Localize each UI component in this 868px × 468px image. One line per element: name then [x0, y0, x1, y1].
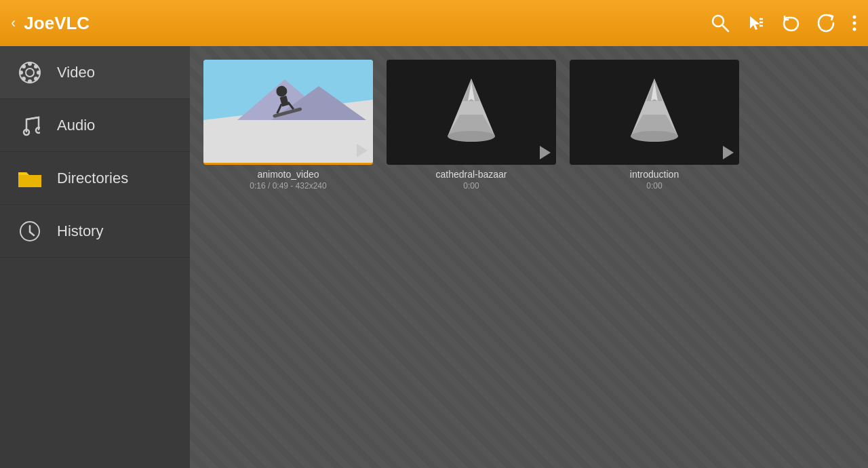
- header-actions: [711, 14, 857, 33]
- back-button[interactable]: ‹: [11, 14, 16, 32]
- cursor-icon[interactable]: [746, 14, 765, 33]
- refresh-icon[interactable]: [816, 14, 835, 33]
- play-arrow-introduction: [723, 146, 734, 159]
- music-icon: [16, 112, 43, 139]
- folder-icon: [16, 165, 43, 192]
- svg-point-17: [22, 77, 26, 81]
- svg-line-23: [30, 232, 34, 235]
- play-arrow-animoto: [357, 144, 368, 157]
- video-title-cathedral: cathedral-bazaar: [387, 169, 556, 180]
- list-item[interactable]: animoto_video 0:16 / 0:49 - 432x240: [203, 60, 373, 191]
- app-title: JoeVLC: [24, 13, 711, 34]
- video-title-animoto: animoto_video: [203, 169, 373, 180]
- video-grid: animoto_video 0:16 / 0:49 - 432x240: [203, 60, 854, 191]
- svg-point-15: [34, 77, 38, 81]
- svg-point-20: [36, 128, 40, 133]
- film-icon: [16, 59, 43, 86]
- svg-point-36: [448, 131, 495, 142]
- content-area: animoto_video 0:16 / 0:49 - 432x240: [190, 46, 868, 468]
- video-thumbnail-cathedral[interactable]: [387, 60, 556, 165]
- svg-line-1: [722, 25, 728, 31]
- sidebar-audio-label: Audio: [57, 117, 95, 134]
- sidebar-directories-label: Directories: [57, 170, 128, 187]
- sidebar-video-label: Video: [57, 64, 95, 81]
- svg-point-7: [853, 28, 856, 31]
- svg-point-6: [853, 22, 856, 25]
- sidebar: Video Audio Directories: [0, 46, 190, 468]
- video-info-introduction: introduction 0:00: [570, 169, 739, 191]
- video-thumbnail-introduction[interactable]: [570, 60, 739, 165]
- svg-point-12: [19, 71, 23, 75]
- video-info-cathedral: cathedral-bazaar 0:00: [387, 169, 556, 191]
- sidebar-item-history[interactable]: History: [0, 205, 190, 258]
- svg-point-41: [631, 131, 678, 142]
- svg-point-13: [37, 71, 41, 75]
- video-meta-animoto: 0:16 / 0:49 - 432x240: [203, 181, 373, 191]
- search-icon[interactable]: [711, 14, 730, 33]
- play-arrow-cathedral: [540, 146, 551, 159]
- video-thumbnail-animoto[interactable]: [203, 60, 373, 165]
- svg-point-11: [28, 79, 32, 83]
- sidebar-item-directories[interactable]: Directories: [0, 152, 190, 205]
- video-meta-introduction: 0:00: [570, 181, 739, 191]
- video-info-animoto: animoto_video 0:16 / 0:49 - 432x240: [203, 169, 373, 191]
- svg-point-14: [22, 64, 26, 69]
- sidebar-item-video[interactable]: Video: [0, 46, 190, 99]
- clock-icon: [16, 218, 43, 245]
- undo-icon[interactable]: [781, 14, 800, 33]
- list-item[interactable]: introduction 0:00: [570, 60, 739, 191]
- svg-point-5: [853, 16, 856, 19]
- sidebar-history-label: History: [57, 222, 103, 240]
- svg-line-18: [26, 117, 39, 119]
- svg-point-9: [26, 69, 34, 77]
- more-icon[interactable]: [852, 14, 857, 33]
- video-title-introduction: introduction: [570, 169, 739, 180]
- svg-point-10: [28, 62, 32, 66]
- video-meta-cathedral: 0:00: [387, 181, 556, 191]
- header: ‹ JoeVLC: [0, 0, 868, 46]
- main-layout: Video Audio Directories: [0, 46, 868, 468]
- list-item[interactable]: cathedral-bazaar 0:00: [387, 60, 556, 191]
- svg-point-16: [34, 64, 38, 69]
- sidebar-item-audio[interactable]: Audio: [0, 99, 190, 152]
